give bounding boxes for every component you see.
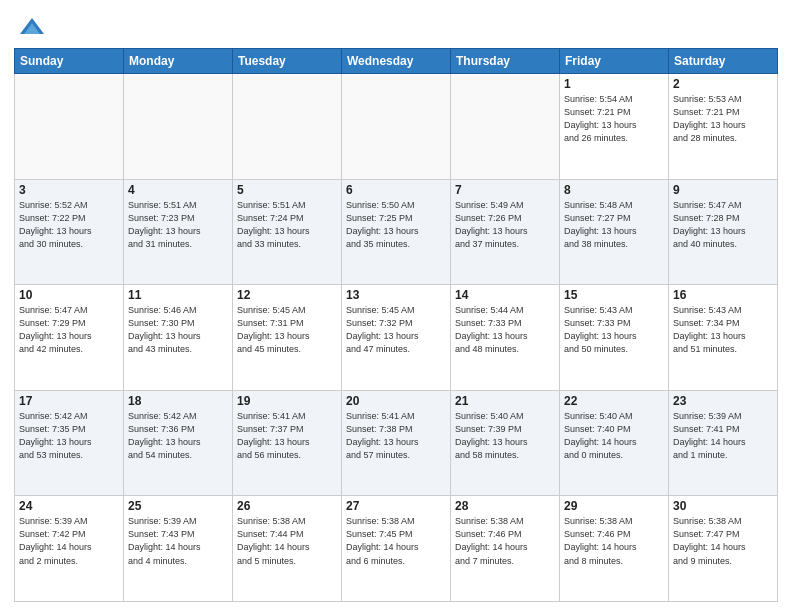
calendar-cell: 22Sunrise: 5:40 AM Sunset: 7:40 PM Dayli…: [560, 390, 669, 496]
calendar-cell: 4Sunrise: 5:51 AM Sunset: 7:23 PM Daylig…: [124, 179, 233, 285]
calendar-cell: 24Sunrise: 5:39 AM Sunset: 7:42 PM Dayli…: [15, 496, 124, 602]
day-number: 20: [346, 394, 446, 408]
calendar-cell: 13Sunrise: 5:45 AM Sunset: 7:32 PM Dayli…: [342, 285, 451, 391]
day-info: Sunrise: 5:41 AM Sunset: 7:38 PM Dayligh…: [346, 410, 446, 462]
day-info: Sunrise: 5:39 AM Sunset: 7:42 PM Dayligh…: [19, 515, 119, 567]
weekday-header-sunday: Sunday: [15, 49, 124, 74]
calendar-cell: 5Sunrise: 5:51 AM Sunset: 7:24 PM Daylig…: [233, 179, 342, 285]
calendar-cell: 15Sunrise: 5:43 AM Sunset: 7:33 PM Dayli…: [560, 285, 669, 391]
weekday-header-tuesday: Tuesday: [233, 49, 342, 74]
calendar-cell: 19Sunrise: 5:41 AM Sunset: 7:37 PM Dayli…: [233, 390, 342, 496]
day-number: 26: [237, 499, 337, 513]
day-info: Sunrise: 5:46 AM Sunset: 7:30 PM Dayligh…: [128, 304, 228, 356]
page: SundayMondayTuesdayWednesdayThursdayFrid…: [0, 0, 792, 612]
week-row-3: 17Sunrise: 5:42 AM Sunset: 7:35 PM Dayli…: [15, 390, 778, 496]
calendar-cell: 23Sunrise: 5:39 AM Sunset: 7:41 PM Dayli…: [669, 390, 778, 496]
calendar-cell: 28Sunrise: 5:38 AM Sunset: 7:46 PM Dayli…: [451, 496, 560, 602]
calendar-cell: 29Sunrise: 5:38 AM Sunset: 7:46 PM Dayli…: [560, 496, 669, 602]
calendar-cell: 2Sunrise: 5:53 AM Sunset: 7:21 PM Daylig…: [669, 74, 778, 180]
calendar-cell: 30Sunrise: 5:38 AM Sunset: 7:47 PM Dayli…: [669, 496, 778, 602]
day-number: 24: [19, 499, 119, 513]
day-info: Sunrise: 5:38 AM Sunset: 7:46 PM Dayligh…: [455, 515, 555, 567]
day-info: Sunrise: 5:48 AM Sunset: 7:27 PM Dayligh…: [564, 199, 664, 251]
day-info: Sunrise: 5:43 AM Sunset: 7:33 PM Dayligh…: [564, 304, 664, 356]
day-number: 21: [455, 394, 555, 408]
day-number: 23: [673, 394, 773, 408]
day-info: Sunrise: 5:47 AM Sunset: 7:29 PM Dayligh…: [19, 304, 119, 356]
day-info: Sunrise: 5:42 AM Sunset: 7:36 PM Dayligh…: [128, 410, 228, 462]
weekday-header-friday: Friday: [560, 49, 669, 74]
day-info: Sunrise: 5:43 AM Sunset: 7:34 PM Dayligh…: [673, 304, 773, 356]
calendar-cell: 27Sunrise: 5:38 AM Sunset: 7:45 PM Dayli…: [342, 496, 451, 602]
day-info: Sunrise: 5:47 AM Sunset: 7:28 PM Dayligh…: [673, 199, 773, 251]
calendar-cell: 11Sunrise: 5:46 AM Sunset: 7:30 PM Dayli…: [124, 285, 233, 391]
calendar-cell: 14Sunrise: 5:44 AM Sunset: 7:33 PM Dayli…: [451, 285, 560, 391]
day-info: Sunrise: 5:51 AM Sunset: 7:24 PM Dayligh…: [237, 199, 337, 251]
day-number: 6: [346, 183, 446, 197]
day-number: 10: [19, 288, 119, 302]
calendar-cell: 3Sunrise: 5:52 AM Sunset: 7:22 PM Daylig…: [15, 179, 124, 285]
day-info: Sunrise: 5:49 AM Sunset: 7:26 PM Dayligh…: [455, 199, 555, 251]
calendar-cell: 6Sunrise: 5:50 AM Sunset: 7:25 PM Daylig…: [342, 179, 451, 285]
day-number: 18: [128, 394, 228, 408]
calendar-cell: 25Sunrise: 5:39 AM Sunset: 7:43 PM Dayli…: [124, 496, 233, 602]
calendar-cell: 8Sunrise: 5:48 AM Sunset: 7:27 PM Daylig…: [560, 179, 669, 285]
day-info: Sunrise: 5:42 AM Sunset: 7:35 PM Dayligh…: [19, 410, 119, 462]
day-info: Sunrise: 5:40 AM Sunset: 7:39 PM Dayligh…: [455, 410, 555, 462]
calendar-cell: [124, 74, 233, 180]
week-row-2: 10Sunrise: 5:47 AM Sunset: 7:29 PM Dayli…: [15, 285, 778, 391]
day-number: 1: [564, 77, 664, 91]
calendar-cell: 20Sunrise: 5:41 AM Sunset: 7:38 PM Dayli…: [342, 390, 451, 496]
day-info: Sunrise: 5:50 AM Sunset: 7:25 PM Dayligh…: [346, 199, 446, 251]
day-number: 8: [564, 183, 664, 197]
day-number: 3: [19, 183, 119, 197]
day-info: Sunrise: 5:54 AM Sunset: 7:21 PM Dayligh…: [564, 93, 664, 145]
weekday-header-wednesday: Wednesday: [342, 49, 451, 74]
day-number: 4: [128, 183, 228, 197]
calendar-cell: [15, 74, 124, 180]
day-info: Sunrise: 5:39 AM Sunset: 7:41 PM Dayligh…: [673, 410, 773, 462]
day-number: 12: [237, 288, 337, 302]
day-number: 27: [346, 499, 446, 513]
weekday-header-saturday: Saturday: [669, 49, 778, 74]
day-number: 11: [128, 288, 228, 302]
day-number: 29: [564, 499, 664, 513]
day-number: 7: [455, 183, 555, 197]
week-row-4: 24Sunrise: 5:39 AM Sunset: 7:42 PM Dayli…: [15, 496, 778, 602]
day-number: 5: [237, 183, 337, 197]
week-row-0: 1Sunrise: 5:54 AM Sunset: 7:21 PM Daylig…: [15, 74, 778, 180]
day-info: Sunrise: 5:51 AM Sunset: 7:23 PM Dayligh…: [128, 199, 228, 251]
calendar-cell: 17Sunrise: 5:42 AM Sunset: 7:35 PM Dayli…: [15, 390, 124, 496]
day-info: Sunrise: 5:38 AM Sunset: 7:44 PM Dayligh…: [237, 515, 337, 567]
day-info: Sunrise: 5:40 AM Sunset: 7:40 PM Dayligh…: [564, 410, 664, 462]
day-number: 17: [19, 394, 119, 408]
calendar-cell: [342, 74, 451, 180]
calendar-cell: 16Sunrise: 5:43 AM Sunset: 7:34 PM Dayli…: [669, 285, 778, 391]
day-number: 2: [673, 77, 773, 91]
day-number: 14: [455, 288, 555, 302]
calendar-cell: 21Sunrise: 5:40 AM Sunset: 7:39 PM Dayli…: [451, 390, 560, 496]
calendar-table: SundayMondayTuesdayWednesdayThursdayFrid…: [14, 48, 778, 602]
day-info: Sunrise: 5:38 AM Sunset: 7:45 PM Dayligh…: [346, 515, 446, 567]
header: [14, 10, 778, 42]
weekday-header-thursday: Thursday: [451, 49, 560, 74]
calendar-cell: 26Sunrise: 5:38 AM Sunset: 7:44 PM Dayli…: [233, 496, 342, 602]
calendar-cell: 12Sunrise: 5:45 AM Sunset: 7:31 PM Dayli…: [233, 285, 342, 391]
day-info: Sunrise: 5:41 AM Sunset: 7:37 PM Dayligh…: [237, 410, 337, 462]
calendar-cell: 1Sunrise: 5:54 AM Sunset: 7:21 PM Daylig…: [560, 74, 669, 180]
calendar-cell: [451, 74, 560, 180]
calendar-cell: 9Sunrise: 5:47 AM Sunset: 7:28 PM Daylig…: [669, 179, 778, 285]
day-info: Sunrise: 5:38 AM Sunset: 7:47 PM Dayligh…: [673, 515, 773, 567]
logo-icon: [18, 14, 46, 42]
day-number: 16: [673, 288, 773, 302]
day-number: 9: [673, 183, 773, 197]
day-number: 22: [564, 394, 664, 408]
calendar-cell: [233, 74, 342, 180]
day-info: Sunrise: 5:52 AM Sunset: 7:22 PM Dayligh…: [19, 199, 119, 251]
day-number: 13: [346, 288, 446, 302]
day-number: 28: [455, 499, 555, 513]
day-number: 15: [564, 288, 664, 302]
calendar-cell: 18Sunrise: 5:42 AM Sunset: 7:36 PM Dayli…: [124, 390, 233, 496]
day-number: 30: [673, 499, 773, 513]
day-info: Sunrise: 5:45 AM Sunset: 7:32 PM Dayligh…: [346, 304, 446, 356]
